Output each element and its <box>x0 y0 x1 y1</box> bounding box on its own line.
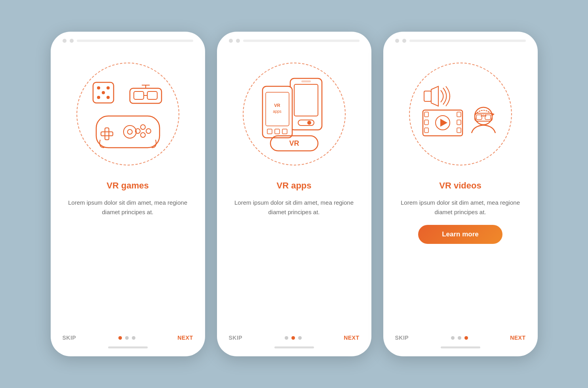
top-bar-2 <box>217 32 371 47</box>
phone-1-title: VR games <box>107 181 148 191</box>
skip-button-2[interactable]: SKIP <box>229 335 243 341</box>
phone-1-description: Lorem ipsum dolor sit dim amet, mea regi… <box>63 198 193 217</box>
top-bar-line <box>77 40 193 42</box>
nav-bar-2: SKIP NEXT <box>229 335 360 341</box>
top-bar-3 <box>383 32 538 47</box>
dashed-circle-2 <box>243 63 346 165</box>
skip-button-1[interactable]: SKIP <box>63 335 76 341</box>
phone-3-content: 360 VR videos Lorem ipsum dolor sit dim … <box>383 47 538 331</box>
nav-dot-1-1 <box>125 336 129 340</box>
nav-dot-1-0 <box>118 336 122 340</box>
next-button-1[interactable]: NEXT <box>177 335 193 341</box>
top-bar-line-3 <box>409 40 526 42</box>
phone-3-description: Lorem ipsum dolor sit dim amet, mea regi… <box>395 198 526 217</box>
next-button-2[interactable]: NEXT <box>344 335 359 341</box>
nav-dot-1-2 <box>132 336 135 340</box>
phones-container: VR games Lorem ipsum dolor sit dim amet,… <box>51 32 538 356</box>
nav-dot-2-1 <box>291 336 295 340</box>
phone-1-bottom: SKIP NEXT <box>51 331 205 356</box>
bottom-bar-3 <box>441 346 480 348</box>
top-bar-1 <box>51 32 205 47</box>
top-bar-line-2 <box>243 40 360 42</box>
phone-2-title: VR apps <box>276 181 311 191</box>
status-dot-3 <box>229 39 233 43</box>
illustration-vr-apps: VR apps VR <box>229 51 360 177</box>
nav-dot-2-2 <box>298 336 302 340</box>
dashed-circle-1 <box>76 63 179 165</box>
status-dot-2 <box>70 39 74 43</box>
bottom-bar-1 <box>108 346 148 348</box>
next-button-3[interactable]: NEXT <box>510 335 525 341</box>
nav-dots-1 <box>118 336 135 340</box>
phone-1-content: VR games Lorem ipsum dolor sit dim amet,… <box>51 47 205 331</box>
status-dot-6 <box>402 39 406 43</box>
nav-dots-2 <box>285 336 302 340</box>
phone-3-bottom: SKIP NEXT <box>383 331 538 356</box>
phone-vr-apps: VR apps VR VR apps Lorem ipsum dolor si <box>217 32 371 356</box>
nav-dots-3 <box>451 336 468 340</box>
bottom-bar-2 <box>274 346 314 348</box>
status-dot-1 <box>63 39 67 43</box>
nav-bar-1: SKIP NEXT <box>63 335 193 341</box>
status-dot-4 <box>236 39 240 43</box>
phone-vr-videos: 360 VR videos Lorem ipsum dolor sit dim … <box>383 32 538 356</box>
phone-2-description: Lorem ipsum dolor sit dim amet, mea regi… <box>229 198 360 217</box>
nav-dot-3-2 <box>464 336 468 340</box>
illustration-vr-videos: 360 <box>395 51 526 177</box>
phone-2-bottom: SKIP NEXT <box>217 331 371 356</box>
skip-button-3[interactable]: SKIP <box>395 335 409 341</box>
dashed-circle-3 <box>409 63 512 165</box>
phone-vr-games: VR games Lorem ipsum dolor sit dim amet,… <box>51 32 205 356</box>
learn-more-button[interactable]: Learn more <box>418 225 502 244</box>
nav-dot-2-0 <box>285 336 288 340</box>
nav-dot-3-0 <box>451 336 455 340</box>
status-dot-5 <box>395 39 399 43</box>
illustration-vr-games <box>63 51 193 177</box>
nav-dot-3-1 <box>458 336 461 340</box>
phone-2-content: VR apps VR VR apps Lorem ipsum dolor si <box>217 47 371 331</box>
phone-3-title: VR videos <box>439 181 481 191</box>
nav-bar-3: SKIP NEXT <box>395 335 526 341</box>
